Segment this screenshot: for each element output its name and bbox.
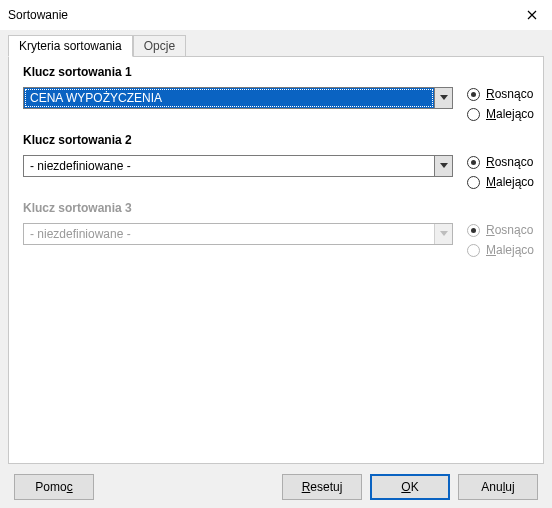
tabstrip: Kryteria sortowania Opcje bbox=[8, 34, 544, 56]
sort-key-3-value: - niezdefiniowane - bbox=[24, 224, 434, 244]
sort-key-3-desc-label: Malejąco bbox=[486, 243, 534, 257]
radio-icon bbox=[467, 88, 480, 101]
window-title: Sortowanie bbox=[8, 8, 68, 22]
close-button[interactable] bbox=[512, 0, 552, 30]
sort-key-3-label: Klucz sortowania 3 bbox=[23, 201, 529, 215]
close-icon bbox=[527, 10, 537, 20]
ok-button[interactable]: OK bbox=[370, 474, 450, 500]
chevron-down-icon bbox=[440, 163, 448, 169]
sort-key-3: Klucz sortowania 3 - niezdefiniowane - R… bbox=[23, 201, 529, 257]
sort-key-2-asc[interactable]: Rosnąco bbox=[467, 155, 534, 169]
sort-key-1: Klucz sortowania 1 CENA WYPOŻYCZENIA Ros… bbox=[23, 65, 529, 121]
radio-icon bbox=[467, 108, 480, 121]
sort-key-1-label: Klucz sortowania 1 bbox=[23, 65, 529, 79]
sort-key-2-asc-label: Rosnąco bbox=[486, 155, 533, 169]
cancel-button[interactable]: Anuluj bbox=[458, 474, 538, 500]
sort-key-1-radios: Rosnąco Malejąco bbox=[467, 87, 534, 121]
radio-icon bbox=[467, 244, 480, 257]
radio-icon bbox=[467, 176, 480, 189]
sort-key-1-desc[interactable]: Malejąco bbox=[467, 107, 534, 121]
tab-panel-criteria: Klucz sortowania 1 CENA WYPOŻYCZENIA Ros… bbox=[8, 56, 544, 464]
sort-key-2-desc-label: Malejąco bbox=[486, 175, 534, 189]
sort-key-2: Klucz sortowania 2 - niezdefiniowane - R… bbox=[23, 133, 529, 189]
sort-key-1-combo[interactable]: CENA WYPOŻYCZENIA bbox=[23, 87, 453, 109]
sort-key-3-asc: Rosnąco bbox=[467, 223, 534, 237]
sort-key-2-radios: Rosnąco Malejąco bbox=[467, 155, 534, 189]
sort-key-1-value: CENA WYPOŻYCZENIA bbox=[24, 88, 434, 108]
sort-key-2-combo[interactable]: - niezdefiniowane - bbox=[23, 155, 453, 177]
help-button[interactable]: Pomoc bbox=[14, 474, 94, 500]
chevron-down-icon bbox=[440, 95, 448, 101]
radio-icon bbox=[467, 224, 480, 237]
tab-criteria[interactable]: Kryteria sortowania bbox=[8, 35, 133, 57]
client-area: Kryteria sortowania Opcje Klucz sortowan… bbox=[0, 30, 552, 508]
sort-key-2-desc[interactable]: Malejąco bbox=[467, 175, 534, 189]
tab-options[interactable]: Opcje bbox=[133, 35, 186, 57]
sort-key-1-desc-label: Malejąco bbox=[486, 107, 534, 121]
sort-key-1-arrow[interactable] bbox=[434, 88, 452, 108]
sort-key-3-radios: Rosnąco Malejąco bbox=[467, 223, 534, 257]
titlebar: Sortowanie bbox=[0, 0, 552, 30]
sort-key-2-arrow[interactable] bbox=[434, 156, 452, 176]
sort-key-1-asc[interactable]: Rosnąco bbox=[467, 87, 534, 101]
sort-key-2-value: - niezdefiniowane - bbox=[24, 156, 434, 176]
button-row: Pomoc Resetuj OK Anuluj bbox=[8, 464, 544, 500]
sort-key-3-arrow bbox=[434, 224, 452, 244]
sort-key-1-asc-label: Rosnąco bbox=[486, 87, 533, 101]
sort-key-3-combo: - niezdefiniowane - bbox=[23, 223, 453, 245]
sort-key-3-asc-label: Rosnąco bbox=[486, 223, 533, 237]
radio-icon bbox=[467, 156, 480, 169]
reset-button[interactable]: Resetuj bbox=[282, 474, 362, 500]
sort-key-3-desc: Malejąco bbox=[467, 243, 534, 257]
sort-key-2-label: Klucz sortowania 2 bbox=[23, 133, 529, 147]
chevron-down-icon bbox=[440, 231, 448, 237]
